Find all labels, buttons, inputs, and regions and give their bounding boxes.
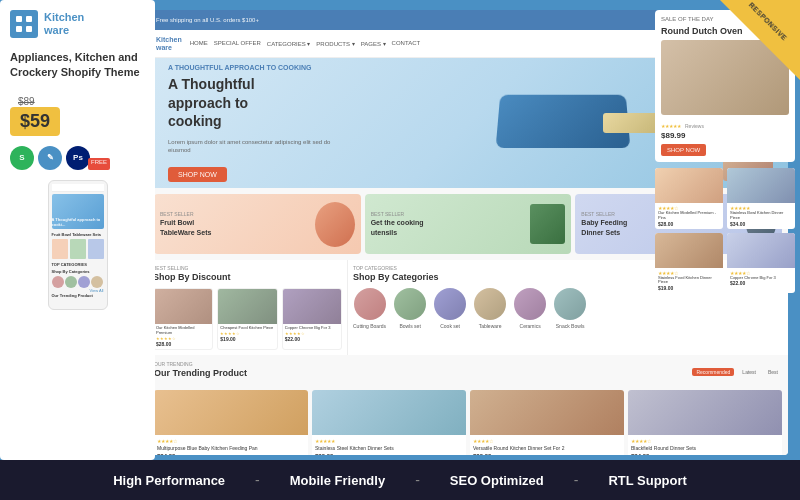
mini-img-3 <box>655 233 723 268</box>
category-icon-5 <box>514 288 546 320</box>
nav-categories[interactable]: CATEGORIES ▾ <box>267 40 311 47</box>
category-icon-4 <box>474 288 506 320</box>
category-name-5: Ceramics <box>520 323 541 329</box>
mobile-card-3 <box>88 239 104 259</box>
product-card-3[interactable]: ★★★★☆ Versatile Round Kitchen Dinner Set… <box>470 390 624 455</box>
banner-card-2-title: Get the cookingutensils <box>371 218 525 236</box>
product-stars-3: ★★★★☆ <box>473 438 621 444</box>
footer-text-3: SEO Optimized <box>450 473 544 488</box>
logo-area: Kitchen ware <box>10 10 145 38</box>
banner-card-1[interactable]: BEST SELLER Fruit BowlTableWare Sets <box>154 194 361 254</box>
hero-cta-button[interactable]: SHOP NOW <box>168 167 227 182</box>
mobile-banner-title: Fruit Bowl Tableware Sets <box>52 232 104 237</box>
product-card-1[interactable]: ★★★★☆ Multipurpose Blue Baby Kitchen Fee… <box>154 390 308 455</box>
mini-card-2[interactable]: ★★★★★ Stainless Bowl Kitchen Dinner Piec… <box>727 168 795 229</box>
banner-card-1-image <box>315 202 355 247</box>
mini-name-1: Our Kitchen Modelled Premium - Pins <box>658 211 720 221</box>
banner-card-2-text: BEST SELLER Get the cookingutensils <box>371 211 525 236</box>
product-name-1: Multipurpose Blue Baby Kitchen Feeding P… <box>157 445 305 452</box>
banner-card-2-image <box>530 204 565 244</box>
logo-icon <box>10 10 38 38</box>
product-card-2[interactable]: ★★★★★ Stainless Steel Kitchen Dinner Set… <box>312 390 466 455</box>
disc-price-2: $19.00 <box>220 336 274 342</box>
product-image-1 <box>154 390 308 435</box>
disc-price-1: $28.00 <box>156 341 210 347</box>
category-ceramics[interactable]: Ceramics <box>514 288 546 329</box>
svg-rect-1 <box>26 16 32 22</box>
banner-card-1-title: Fruit BowlTableWare Sets <box>160 218 309 236</box>
featured-cta-button[interactable]: SHOP NOW <box>661 144 706 156</box>
disc-img-1 <box>154 289 212 324</box>
main-container: Kitchen ware Appliances, Kitchen and Cro… <box>0 0 800 500</box>
product-price-1: $24.99 <box>157 453 305 455</box>
nav-offers[interactable]: SPECIAL OFFER <box>214 40 261 47</box>
svg-rect-2 <box>16 26 22 32</box>
disc-img-3 <box>283 289 341 324</box>
mini-name-2: Stainless Bowl Kitchen Dinner Piece <box>730 211 792 221</box>
mobile-hero-text: A Thoughtful approach to cooki... <box>52 217 104 227</box>
mini-card-1[interactable]: ★★★★☆ Our Kitchen Modelled Premium - Pin… <box>655 168 723 229</box>
footer-item-3: SEO Optimized <box>450 473 544 488</box>
footer-bar: High Performance - Mobile Friendly - SEO… <box>0 460 800 500</box>
footer-separator-3: - <box>574 472 579 488</box>
product-name-2: Stainless Steel Kitchen Dinner Sets <box>315 445 463 452</box>
nav-contact[interactable]: CONTACT <box>392 40 421 47</box>
mobile-preview: A Thoughtful approach to cooki... Fruit … <box>48 180 108 310</box>
category-cutting-boards[interactable]: Cutting Boards <box>353 288 386 329</box>
discount-section: BEST SELLING Shop By Discount Our Kitche… <box>148 260 348 355</box>
disc-img-2 <box>218 289 276 324</box>
category-tableware[interactable]: Tableware <box>474 288 506 329</box>
footer-item-1: High Performance <box>113 473 225 488</box>
category-icon-3 <box>434 288 466 320</box>
disc-card-1[interactable]: Our Kitchen Modelled Premium ★★★★☆ $28.0… <box>153 288 213 350</box>
mini-price-2: $34.00 <box>730 221 792 227</box>
mini-product-row-2: ★★★★☆ Stainless Food Kitchen Dinner Piec… <box>655 233 795 294</box>
product-stars-2: ★★★★★ <box>315 438 463 444</box>
banner-card-1-label: BEST SELLER <box>160 211 309 217</box>
mini-card-3[interactable]: ★★★★☆ Stainless Food Kitchen Dinner Piec… <box>655 233 723 294</box>
mobile-cat-1 <box>52 276 64 288</box>
mini-card-4[interactable]: ★★★★☆ Copper Chrome Big For 3 $22.00 <box>727 233 795 294</box>
footer-text-2: Mobile Friendly <box>290 473 385 488</box>
trending-title: Our Trending Product <box>154 368 247 378</box>
discount-products: Our Kitchen Modelled Premium ★★★★☆ $28.0… <box>153 288 342 350</box>
category-name-3: Cook set <box>440 323 460 329</box>
hero-label: A THOUGHTFUL APPROACH TO COOKING <box>168 64 348 71</box>
nav-home[interactable]: HOME <box>190 40 208 47</box>
footer-text-4: RTL Support <box>608 473 686 488</box>
product-price-3: $29.99 <box>473 453 621 455</box>
product-stars-1: ★★★★☆ <box>157 438 305 444</box>
category-icon-2 <box>394 288 426 320</box>
mini-name-3: Stainless Food Kitchen Dinner Piece <box>658 276 720 286</box>
disc-card-2[interactable]: Cheapest Food Kitchen Piece ★★★★☆ $19.00 <box>217 288 277 350</box>
disc-name-1: Our Kitchen Modelled Premium <box>156 326 210 336</box>
shop-nav-items: HOME SPECIAL OFFER CATEGORIES ▾ PRODUCTS… <box>190 40 712 47</box>
banner-card-2[interactable]: BEST SELLER Get the cookingutensils <box>365 194 572 254</box>
edit-badge: ✎ <box>38 146 62 170</box>
mobile-card-1 <box>52 239 68 259</box>
category-name-4: Tableware <box>479 323 502 329</box>
theme-tagline: Appliances, Kitchen and Crockery Shopify… <box>10 50 145 81</box>
product-image-2 <box>312 390 466 435</box>
nav-products[interactable]: PRODUCTS ▾ <box>316 40 354 47</box>
product-price-2: $39.99 <box>315 453 463 455</box>
category-icon-1 <box>354 288 386 320</box>
mobile-categories-title: TOP CATEGORIES <box>52 262 104 267</box>
mini-img-4 <box>727 233 795 268</box>
product-image-3 <box>470 390 624 435</box>
product-name-3: Versatile Round Kitchen Dinner Set For 2 <box>473 445 621 452</box>
footer-item-2: Mobile Friendly <box>290 473 385 488</box>
nav-pages[interactable]: PAGES ▾ <box>361 40 386 47</box>
category-icon-6 <box>554 288 586 320</box>
footer-separator-1: - <box>255 472 260 488</box>
category-snack-bowls[interactable]: Snack Bowls <box>554 288 586 329</box>
hero-content: A THOUGHTFUL APPROACH TO COOKING A Thoug… <box>168 64 348 181</box>
mini-product-row-1: ★★★★☆ Our Kitchen Modelled Premium - Pin… <box>655 168 795 229</box>
disc-card-3[interactable]: Copper Chrome Big For 3 ★★★★☆ $22.00 <box>282 288 342 350</box>
ps-badge: Ps <box>66 146 90 170</box>
mini-img-1 <box>655 168 723 203</box>
category-bowls[interactable]: Bowls set <box>394 288 426 329</box>
mobile-cat-2 <box>65 276 77 288</box>
svg-rect-0 <box>16 16 22 22</box>
category-cook-set[interactable]: Cook set <box>434 288 466 329</box>
